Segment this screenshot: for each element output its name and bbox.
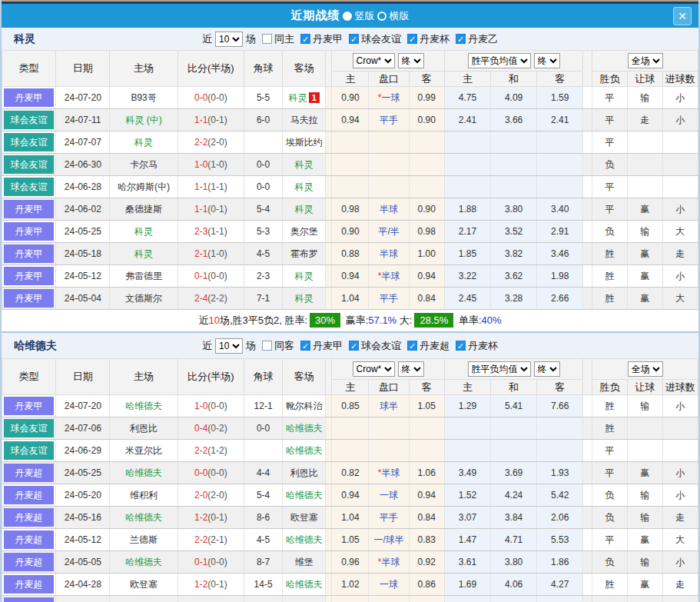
gap-cell <box>583 154 592 176</box>
league-checkbox-1[interactable]: ✓ <box>349 341 359 351</box>
fulltime-score: 1-0 <box>194 159 207 170</box>
summary-segment-7: 28.5% <box>414 313 453 328</box>
gap-cell <box>583 574 592 596</box>
home-team: 文德斯尔 <box>125 293 162 304</box>
matches-table: 类型日期主场比分(半场)角球客场Crow*终胜平负均值终全场主盘口客主和客胜负让… <box>2 358 698 602</box>
league-checkbox-label-3: 丹麦杯 <box>468 339 498 353</box>
fulltime-select[interactable]: 全场 <box>628 53 663 68</box>
league-cell: 丹麦甲 <box>2 243 56 265</box>
avg-final-select[interactable]: 终 <box>534 53 560 68</box>
fulltime-select[interactable]: 全场 <box>628 361 663 377</box>
gap-cell <box>326 109 332 131</box>
halftime-score: (0-1) <box>207 115 227 125</box>
sub-header-1: 盘口 <box>369 380 409 395</box>
avg-home-cell: 1.47 <box>444 529 490 551</box>
gap-cell <box>326 243 332 265</box>
match-row: 球会友谊24-06-28哈尔姆斯(中)1-1(1-1)0-0科灵平 <box>2 176 698 198</box>
close-icon[interactable]: ✕ <box>673 7 692 25</box>
vertical-layout-radio[interactable] <box>343 12 352 21</box>
date-cell: 24-05-25 <box>56 462 110 484</box>
odds-group-header: Crow*终 <box>332 51 444 72</box>
league-checkbox-2[interactable]: ✓ <box>407 34 417 44</box>
league-checkbox-1[interactable]: ✓ <box>349 34 359 44</box>
league-checkbox-label-2: 丹麦超 <box>420 339 450 353</box>
odds-away-cell: 0.90 <box>409 109 444 131</box>
league-checkbox-2[interactable]: ✓ <box>407 341 417 351</box>
halftime-score: (1-1) <box>207 181 227 192</box>
handicap-line: 半球 <box>380 204 398 215</box>
avg-away-cell: 3.40 <box>537 198 583 221</box>
league-checkbox-label-2: 丹麦杯 <box>420 32 450 46</box>
league-checkbox-3[interactable]: ✓ <box>456 341 466 351</box>
recent-count-select[interactable]: 10 <box>215 338 243 354</box>
avg-home-cell: 1.88 <box>444 198 490 221</box>
corner-cell: 8-7 <box>244 551 282 574</box>
home-team: 桑德捷斯 <box>125 204 162 215</box>
handicap-result-cell: 输 <box>627 507 662 529</box>
avg-home-cell <box>444 154 490 176</box>
gap-cell <box>326 551 332 574</box>
halftime-score: (0-2) <box>207 423 227 434</box>
halftime-score: (0-0) <box>207 271 227 281</box>
fulltime-score: 1-2 <box>194 579 207 590</box>
odds-final-select[interactable]: 终 <box>398 53 424 68</box>
sub-header-5: 客 <box>537 380 583 395</box>
handicap-cell: 球半 <box>369 395 409 417</box>
gap-cell <box>583 131 592 154</box>
home-team: 科灵 (中) <box>125 115 161 125</box>
away-team-cell: 科灵 <box>283 176 326 198</box>
goals-result-cell <box>662 176 698 198</box>
recent-count-select[interactable]: 10 <box>215 32 243 47</box>
league-checkbox-0[interactable]: ✓ <box>300 341 310 351</box>
avg-home-cell <box>444 176 490 198</box>
score-cell: 1-1(0-1) <box>177 109 244 131</box>
odds-final-select[interactable]: 终 <box>398 361 424 377</box>
avg-draw-cell: 3.84 <box>490 507 536 529</box>
league-cell: 丹麦超 <box>2 551 56 574</box>
score-cell: 0-1(0-0) <box>177 551 244 574</box>
horizontal-layout-radio[interactable] <box>377 12 386 21</box>
avg-type-select[interactable]: 胜平负均值 <box>468 361 531 377</box>
odds-away-cell: 1.06 <box>409 462 444 484</box>
handicap-cell: 平手 <box>369 507 409 529</box>
handicap-cell: *半球 <box>369 551 409 574</box>
avg-final-select[interactable]: 终 <box>534 361 560 377</box>
avg-draw-cell: 4.24 <box>490 484 536 507</box>
handicap-cell: 一球 <box>369 574 409 596</box>
odds-home-cell: 1.04 <box>332 507 369 529</box>
league-checkbox-3[interactable]: ✓ <box>456 34 466 44</box>
league-badge: 丹麦超 <box>4 486 54 504</box>
odds-home-cell <box>332 440 369 462</box>
odds-home-cell: 1.05 <box>332 529 369 551</box>
match-row: 丹麦超24-04-28欧登塞1-2(0-1)14-5哈维德夫1.02一球0.86… <box>2 574 698 596</box>
home-team: 哈维德夫 <box>125 557 162 567</box>
handicap-cell <box>369 440 409 462</box>
away-team-cell: 维堡 <box>283 551 326 574</box>
horizontal-layout-label[interactable]: 横版 <box>390 9 410 23</box>
league-cell: 丹麦超 <box>2 529 56 551</box>
away-team-cell: 科灵1 <box>283 87 326 109</box>
home-team-cell: B93哥 <box>110 87 177 109</box>
avg-draw-cell: 3.69 <box>490 462 536 484</box>
same-venue-checkbox[interactable] <box>262 341 272 351</box>
avg-draw-cell: 3.39 <box>490 596 536 602</box>
avg-draw-cell: 3.62 <box>490 265 536 288</box>
avg-type-select[interactable]: 胜平负均值 <box>468 53 531 68</box>
league-checkbox-0[interactable]: ✓ <box>300 34 310 44</box>
gap-cell <box>326 462 332 484</box>
away-team: 靴尔科治 <box>286 401 323 411</box>
result-cell: 胜 <box>592 574 627 596</box>
home-team-cell: 卡尔马 <box>110 154 177 176</box>
home-team: 米亚尔比 <box>125 445 162 456</box>
away-team: 哈维德夫 <box>286 423 323 434</box>
odds-company-select[interactable]: Crow* <box>353 53 395 68</box>
avg-draw-cell: 4.06 <box>490 574 536 596</box>
vertical-layout-label[interactable]: 竖版 <box>355 9 375 23</box>
match-row: 丹麦超24-05-20维积利2-0(2-0)5-4哈维德夫0.94一球0.941… <box>2 484 698 507</box>
date-cell: 24-07-11 <box>56 109 110 131</box>
same-venue-checkbox[interactable] <box>262 34 272 44</box>
odds-company-select[interactable]: Crow* <box>353 361 395 377</box>
gap-cell <box>326 596 332 602</box>
gap-cell <box>583 462 592 484</box>
odds-away-cell: 1.00 <box>409 243 444 265</box>
